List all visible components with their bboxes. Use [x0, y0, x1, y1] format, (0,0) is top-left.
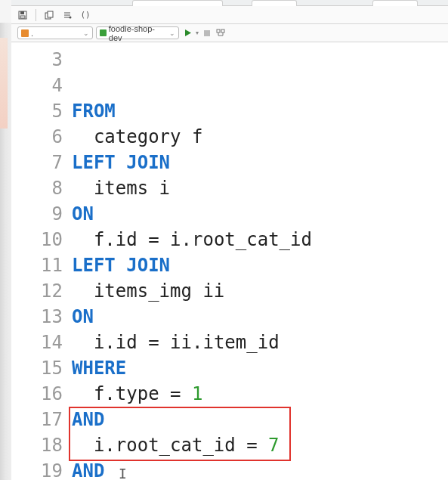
svg-point-8	[70, 16, 72, 18]
editor-tabstrip	[11, 0, 448, 6]
line-number: 19	[11, 458, 72, 480]
line-number: 4	[11, 73, 72, 98]
database-selector[interactable]: foodie-shop-dev ⌄	[96, 26, 179, 39]
red-annotation-box	[69, 407, 291, 461]
code-line[interactable]: AND	[72, 458, 312, 480]
code-area[interactable]: FROM category fLEFT JOIN items iON f.id …	[72, 42, 312, 480]
stop-icon[interactable]	[202, 28, 212, 39]
save-icon[interactable]	[17, 10, 28, 20]
line-number: 15	[11, 355, 72, 381]
schema-label: .	[31, 29, 33, 38]
list-icon[interactable]	[62, 10, 73, 20]
database-name: foodie-shop-dev	[109, 24, 167, 42]
line-number: 7	[11, 150, 72, 175]
chevron-down-icon: ⌄	[83, 29, 89, 37]
line-number: 16	[11, 381, 72, 407]
run-chevron-icon[interactable]: ▾	[196, 29, 199, 36]
line-number: 10	[11, 227, 72, 252]
line-number-gutter: 345678910111213141516171819	[11, 42, 72, 480]
svg-rect-10	[204, 30, 210, 36]
editor-toolbar: ()	[11, 6, 448, 24]
schema-selector[interactable]: . ⌄	[17, 26, 93, 39]
editor-tab-active[interactable]	[132, 0, 223, 6]
toolbar-divider	[36, 9, 36, 21]
code-line[interactable]: LEFT JOIN	[72, 252, 312, 278]
code-line[interactable]: WHERE	[72, 355, 312, 381]
code-line[interactable]: category f	[72, 124, 312, 150]
svg-rect-2	[20, 16, 25, 18]
line-number: 18	[11, 432, 72, 458]
database-icon	[100, 29, 107, 36]
line-number: 9	[11, 201, 72, 227]
code-line[interactable]: f.type = 1	[72, 381, 312, 407]
schema-icon	[21, 29, 29, 37]
code-line[interactable]: items i	[72, 175, 312, 201]
editor-tab[interactable]	[252, 0, 297, 6]
editor-panel: () . ⌄ foodie-shop-dev ⌄ ▾ 3456789101112…	[11, 0, 448, 480]
editor-tab[interactable]	[372, 0, 418, 6]
code-line[interactable]: items_img ii	[72, 278, 312, 304]
explain-icon[interactable]	[215, 28, 226, 39]
console-toolbar: . ⌄ foodie-shop-dev ⌄ ▾	[11, 24, 448, 42]
line-number: 3	[11, 47, 72, 73]
copy-icon[interactable]	[44, 10, 54, 20]
svg-rect-1	[20, 11, 24, 14]
line-number: 11	[11, 252, 72, 278]
line-number: 12	[11, 278, 72, 304]
chevron-down-icon: ⌄	[169, 29, 175, 37]
svg-rect-4	[48, 11, 53, 17]
adjacent-panel-edge	[0, 38, 8, 129]
line-number: 6	[11, 124, 72, 150]
code-editor[interactable]: 345678910111213141516171819 FROM categor…	[11, 42, 448, 480]
code-line[interactable]: FROM	[72, 98, 312, 124]
line-number: 17	[11, 407, 72, 432]
code-line[interactable]: f.id = i.root_cat_id	[72, 227, 312, 252]
line-number: 8	[11, 175, 72, 201]
code-line[interactable]: ON	[72, 201, 312, 227]
paren-icon[interactable]: ()	[80, 10, 91, 20]
run-icon[interactable]	[182, 28, 193, 39]
line-number: 14	[11, 330, 72, 355]
svg-rect-11	[217, 29, 220, 33]
line-number: 13	[11, 304, 72, 330]
code-line[interactable]: i.id = ii.item_id	[72, 330, 312, 355]
line-number: 5	[11, 98, 72, 124]
svg-rect-12	[221, 29, 224, 33]
code-line[interactable]: LEFT JOIN	[72, 150, 312, 175]
code-line[interactable]: ON	[72, 304, 312, 330]
text-cursor-icon: I	[119, 461, 127, 480]
svg-marker-9	[185, 29, 191, 36]
